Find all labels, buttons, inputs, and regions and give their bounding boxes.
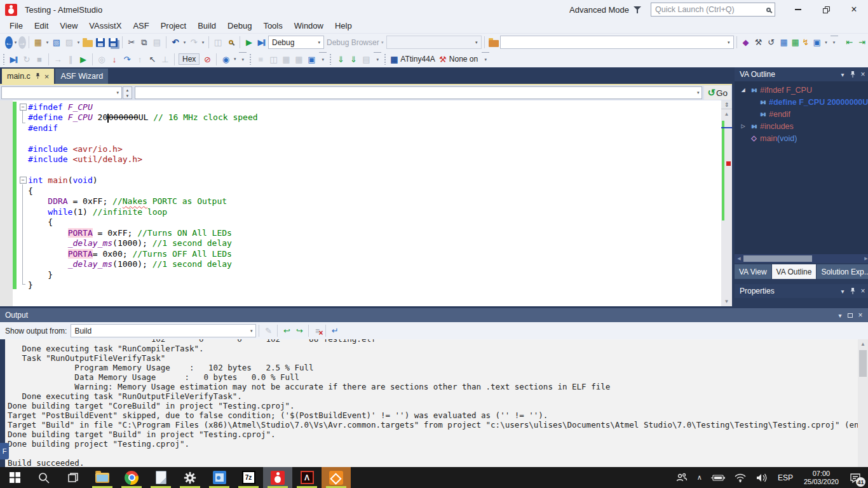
expander-icon[interactable]: ▷ (738, 123, 748, 129)
menu-item-window[interactable]: Window (288, 19, 329, 33)
volume-icon[interactable] (751, 467, 773, 488)
window-position-icon[interactable]: ▾ (837, 69, 848, 79)
io-view-dropdown-icon[interactable]: ▾ (232, 52, 238, 66)
start-debugging-icon[interactable]: ▶∥ (255, 36, 268, 50)
outline-item[interactable]: ▮▸▮#endif (735, 108, 868, 120)
close-icon[interactable]: × (855, 310, 865, 320)
taskbar-app-settings[interactable] (175, 467, 205, 488)
window-layout-dropdown-icon[interactable]: ▾ (824, 36, 829, 50)
maximize-panel-icon[interactable] (845, 310, 855, 320)
cut-icon[interactable]: ✂ (125, 36, 138, 50)
properties-header[interactable]: Properties ▾ × (735, 284, 868, 298)
program-flash-icon[interactable]: ⇓ (334, 52, 347, 66)
battery-icon[interactable] (707, 467, 729, 488)
output-scrollbar[interactable]: ▲ (858, 339, 868, 467)
undo-icon[interactable]: ↶ (169, 36, 182, 50)
word-wrap-icon[interactable]: ↵ (329, 324, 341, 338)
wrench-icon[interactable]: ⚒ (752, 36, 765, 50)
taskbar-app-acrobat[interactable]: Λ (292, 467, 322, 488)
search-solution-combo[interactable]: ▾ (500, 36, 734, 49)
show-hidden-icons-chevron[interactable]: ∧ (693, 467, 707, 488)
io-view-icon[interactable]: ◉ (219, 52, 232, 66)
toolbar-overflow-icon[interactable]: ▾ (482, 52, 489, 66)
new-project-dropdown-icon[interactable]: ▾ (44, 36, 50, 50)
step-over-icon[interactable]: ↷ (121, 52, 133, 66)
stop-icon[interactable]: ■ (33, 52, 46, 66)
outline-item[interactable]: ◢▮▸▮#ifndef F_CPU (735, 84, 868, 96)
scroll-up-icon[interactable]: ▲ (721, 109, 732, 119)
spinner-up-icon[interactable]: ▲ (123, 87, 132, 93)
add-item-dropdown-icon[interactable]: ▾ (76, 36, 81, 50)
find-message-icon[interactable]: ✎ (262, 324, 275, 338)
previous-message-icon[interactable]: ↩ (280, 324, 293, 338)
xml-tool-icon[interactable]: ◆ (740, 36, 752, 50)
toolbar-grip[interactable] (249, 53, 252, 65)
scrollbar-thumb[interactable] (743, 255, 812, 262)
scroll-up-icon[interactable]: ▲ (858, 339, 868, 349)
window-layout-icon[interactable]: ▣ (811, 36, 824, 50)
taskbar-app-atmel-studio[interactable] (263, 467, 292, 488)
outline-item[interactable]: ◇main(void) (735, 132, 868, 144)
taskbar-clock[interactable]: 07:00 25/03/2020 (798, 470, 844, 486)
panel-tab-va-outline[interactable]: VA Outline (772, 264, 817, 279)
toolbar-overflow-icon[interactable]: ▾ (831, 36, 838, 50)
close-icon[interactable]: × (44, 72, 50, 81)
menu-item-tools[interactable]: Tools (257, 19, 288, 33)
solution-configuration-combo[interactable]: Debug ▾ (268, 36, 324, 49)
toolbar-overflow-icon[interactable]: ▾ (374, 52, 381, 66)
menu-item-edit[interactable]: Edit (29, 19, 54, 33)
menu-item-help[interactable]: Help (329, 19, 358, 33)
editor-scrollbar[interactable]: ⇕ ▲ ▼ (721, 100, 732, 306)
taskbar-app-chrome[interactable] (117, 467, 146, 488)
restore-button[interactable] (812, 0, 840, 19)
run-to-cursor-icon[interactable]: ⊥ (159, 52, 172, 66)
taskbar-app-photos[interactable] (205, 467, 234, 488)
menu-item-project[interactable]: Project (155, 19, 192, 33)
document-tab-main-c[interactable]: main.c× (2, 69, 54, 84)
navigate-to-icon[interactable]: ◫ (212, 36, 224, 50)
pin-icon[interactable] (35, 73, 41, 79)
fuse-icon[interactable]: ▤ (360, 52, 372, 66)
language-indicator[interactable]: ESP (773, 473, 798, 482)
new-project-icon[interactable]: ▦ (32, 36, 44, 50)
spinner-down-icon[interactable]: ▼ (123, 93, 132, 98)
find-symbol-icon[interactable] (487, 36, 500, 50)
hex-display-toggle[interactable]: Hex (179, 53, 200, 65)
taskbar-search-button[interactable] (29, 467, 58, 488)
va-outline-header[interactable]: VA Outline ▾ × (735, 67, 868, 81)
toolbar-grip[interactable] (384, 53, 386, 65)
start-button[interactable] (0, 467, 29, 488)
decrease-indent-icon[interactable]: ⇤ (843, 36, 856, 50)
breakpoint-margin[interactable] (0, 100, 13, 306)
expander-icon[interactable]: ◢ (738, 87, 748, 93)
paste-icon[interactable]: ▤ (151, 36, 163, 50)
debug-browser-target-combo[interactable]: ▾ (386, 36, 482, 49)
people-icon[interactable] (671, 467, 693, 488)
debug-tool-icon[interactable]: ⚒ (438, 52, 448, 66)
find-in-files-icon[interactable] (224, 36, 237, 50)
disable-breakpoints-icon[interactable]: ⊘ (201, 52, 214, 66)
step-out-icon[interactable]: ↑ (133, 52, 146, 66)
step-into-icon[interactable]: ↓ (108, 52, 121, 66)
outline-item[interactable]: ▷▮▸▮#includes (735, 120, 868, 132)
watch-icon[interactable]: ◎ (95, 52, 108, 66)
taskbar-app-vmware[interactable] (322, 467, 351, 488)
open-file-icon[interactable] (81, 36, 94, 50)
taskbar-app-notepad[interactable] (146, 467, 175, 488)
device-programming-icon[interactable]: ↯ (801, 36, 811, 50)
processor-view-icon[interactable]: ▦ (280, 52, 292, 66)
go-button[interactable]: ↺ Go (704, 86, 731, 100)
taskbar-app-file-explorer[interactable] (88, 467, 117, 488)
outline-item[interactable]: ▮▸▮#define F_CPU 20000000UL (735, 96, 868, 108)
increase-indent-icon[interactable]: ⇥ (856, 36, 868, 50)
navigate-back-dropdown-icon[interactable]: ▾ (13, 36, 18, 50)
split-window-handle[interactable]: ⇕ (721, 100, 732, 109)
navigate-back-icon[interactable]: ← (5, 36, 13, 49)
next-message-icon[interactable]: ↪ (293, 324, 306, 338)
clear-all-icon[interactable]: ≡ × (311, 325, 323, 337)
document-tab-asf-wizard[interactable]: ASF Wizard (55, 69, 108, 84)
continue-icon[interactable]: ▶∥ (8, 52, 20, 66)
code-editor[interactable]: −#ifndef F_CPU#define F_CPU 20000000UL /… (0, 100, 732, 306)
menu-item-file[interactable]: File (4, 19, 29, 33)
menu-item-view[interactable]: View (54, 19, 83, 33)
